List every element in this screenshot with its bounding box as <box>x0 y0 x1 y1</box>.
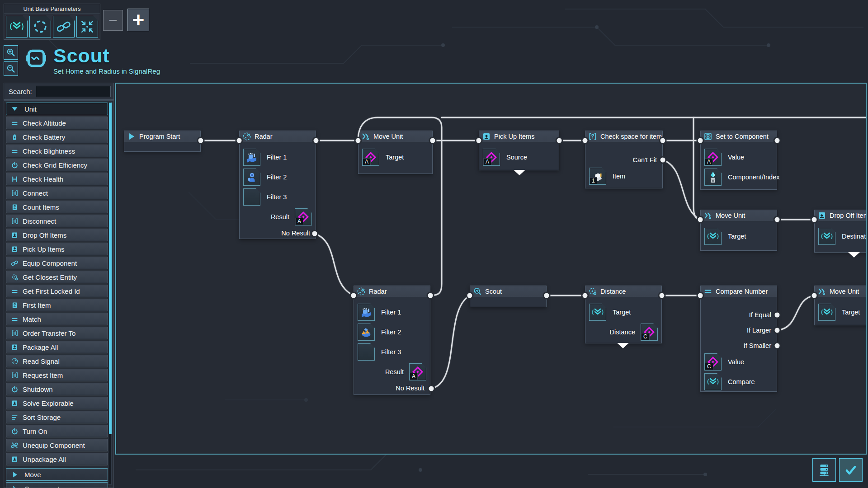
port-check-space-in[interactable] <box>582 137 588 144</box>
add-parameter-button[interactable]: + <box>127 9 149 31</box>
node-title-bar[interactable]: Check space for item <box>585 131 662 142</box>
zoom-out-button[interactable] <box>4 61 18 76</box>
param-slot-target[interactable]: A <box>362 149 379 166</box>
node-title-bar[interactable]: Scout <box>470 286 546 297</box>
node-compare-number[interactable]: Compare NumberIf EqualIf LargerIf Smalle… <box>700 286 777 392</box>
node-title-bar[interactable]: Program Start <box>124 131 200 142</box>
sidebar-item-shutdown[interactable]: Shutdown <box>6 383 108 395</box>
sidebar-item-get-first-locked-id[interactable]: Get First Locked Id <box>6 285 108 297</box>
sidebar-item-disconnect[interactable]: Disconnect <box>6 215 108 227</box>
param-slot-result[interactable]: A <box>295 208 312 225</box>
param-slot-filter-3[interactable] <box>243 188 260 206</box>
sidebar-item-match[interactable]: Match <box>6 313 108 325</box>
search-input[interactable] <box>36 86 111 97</box>
port-radar-1-out[interactable] <box>313 137 319 144</box>
param-slot-target[interactable] <box>704 228 722 245</box>
param-slot-filter-2[interactable] <box>243 169 260 186</box>
node-move-unit-1[interactable]: Move UnitATarget <box>358 131 433 174</box>
node-title-bar[interactable]: Set to Component <box>701 131 777 142</box>
sidebar-item-unit[interactable]: Unit <box>6 103 108 115</box>
param-slot-target[interactable] <box>589 304 606 321</box>
exec-output-no-result[interactable]: No Result <box>240 227 316 239</box>
param-slot-compare[interactable] <box>704 373 722 390</box>
expand-arrow-icon[interactable] <box>616 342 630 349</box>
node-radar-2[interactable]: RadarFilter 1Filter 2Filter 3ResultANo R… <box>354 286 430 395</box>
confirm-button[interactable] <box>839 458 863 482</box>
node-title-bar[interactable]: Radar <box>240 131 316 142</box>
param-slot-destination[interactable] <box>818 228 835 245</box>
sidebar-item-solve-explorable[interactable]: Solve Explorable <box>6 397 108 409</box>
sidebar-item-get-closest-entity[interactable]: Get Closest Entity <box>6 271 108 283</box>
sidebar-item-connect[interactable]: Connect <box>6 187 108 199</box>
sidebar-item-first-item[interactable]: First Item <box>6 299 108 311</box>
port-compare-number-if-larger[interactable] <box>774 327 780 333</box>
sidebar-item-count-items[interactable]: Count Items <box>6 201 108 213</box>
param-slot-component-index[interactable] <box>704 169 722 186</box>
behavior-queue-button[interactable] <box>812 458 836 482</box>
port-radar-2-no-result[interactable] <box>428 385 434 392</box>
sidebar-item-order-transfer-to[interactable]: Order Transfer To <box>6 327 108 339</box>
sidebar-scrollbar[interactable] <box>108 102 112 485</box>
exec-output-if-larger[interactable]: If Larger <box>701 323 777 338</box>
sidebar-item-request-item[interactable]: Request Item <box>6 369 108 381</box>
port-scout-out[interactable] <box>543 292 550 299</box>
port-scout-in[interactable] <box>467 292 473 299</box>
node-check-space[interactable]: Check space for itemCan't Fit1Item <box>585 131 663 188</box>
sidebar-item-check-health[interactable]: Check Health <box>6 173 108 185</box>
param-slot-source[interactable]: A <box>483 149 500 166</box>
param-slot-target[interactable] <box>818 304 835 321</box>
port-distance-out[interactable] <box>659 292 665 299</box>
node-move-unit-3[interactable]: Move UnitTarget <box>814 286 867 325</box>
exec-output-if-equal[interactable]: If Equal <box>701 307 777 323</box>
param-slot-item[interactable]: 1 <box>589 168 606 185</box>
port-move-unit-1-out[interactable] <box>429 137 436 144</box>
zoom-in-button[interactable] <box>4 45 18 60</box>
sidebar-item-equip-component[interactable]: Equip Component <box>6 257 108 269</box>
port-set-to-component-out[interactable] <box>774 137 780 144</box>
node-scout[interactable]: Scout <box>470 286 547 307</box>
port-move-unit-2-out[interactable] <box>774 216 780 223</box>
sidebar-scrollbar-thumb[interactable] <box>109 103 112 434</box>
node-drop-off-items[interactable]: Drop Off ItemsDestination <box>814 210 867 253</box>
node-radar-1[interactable]: RadarFilter 1Filter 2Filter 3ResultANo R… <box>239 131 316 239</box>
node-distance[interactable]: DistanceTargetDistanceC <box>585 286 662 343</box>
node-title-bar[interactable]: Move Unit <box>815 286 867 297</box>
port-radar-2-out[interactable] <box>427 292 434 299</box>
exec-output-can-t-fit[interactable]: Can't Fit <box>585 152 662 168</box>
port-move-unit-2-in[interactable] <box>697 216 703 223</box>
parameter-slot[interactable] <box>29 16 51 38</box>
port-check-space-cant-fit[interactable] <box>660 157 666 163</box>
sidebar-item-unequip-component[interactable]: Unequip Component <box>6 439 108 451</box>
parameter-slot[interactable] <box>53 16 75 38</box>
port-move-unit-1-in[interactable] <box>355 137 361 144</box>
sidebar-item-check-grid-efficiency[interactable]: Check Grid Efficiency <box>6 159 108 171</box>
param-slot-value[interactable]: A <box>704 149 722 166</box>
port-set-to-component-in[interactable] <box>697 137 703 144</box>
node-title-bar[interactable]: Drop Off Items <box>815 210 867 221</box>
port-check-space-out[interactable] <box>660 137 666 144</box>
sidebar-item-check-battery[interactable]: Check Battery <box>6 131 108 143</box>
remove-parameter-button[interactable]: − <box>103 10 123 31</box>
node-title-bar[interactable]: Move Unit <box>359 131 432 142</box>
node-title-bar[interactable]: Compare Number <box>701 286 777 297</box>
param-slot-distance[interactable]: C <box>641 324 658 341</box>
port-pick-up-items-in[interactable] <box>476 137 482 144</box>
node-title-bar[interactable]: Move Unit <box>701 210 777 221</box>
node-move-unit-2[interactable]: Move UnitTarget <box>700 210 777 251</box>
parameter-slot[interactable] <box>6 16 28 38</box>
exec-output-no-result[interactable]: No Result <box>354 382 430 394</box>
param-slot-filter-1[interactable] <box>358 304 375 321</box>
behavior-canvas[interactable]: Program StartRadarFilter 1Filter 2Filter… <box>115 83 867 455</box>
port-move-unit-3-in[interactable] <box>811 292 817 299</box>
node-title-bar[interactable]: Pick Up Items <box>479 131 559 142</box>
sidebar-item-unpackage-all[interactable]: Unpackage All <box>6 453 108 465</box>
node-title-bar[interactable]: Distance <box>585 286 661 297</box>
sidebar-item-check-blightness[interactable]: Check Blightness <box>6 145 108 157</box>
port-distance-in[interactable] <box>582 292 588 299</box>
sidebar-item-move[interactable]: Move <box>6 468 108 481</box>
param-slot-filter-2[interactable] <box>358 324 375 341</box>
port-compare-number-if-equal[interactable] <box>774 312 780 318</box>
exec-output-if-smaller[interactable]: If Smaller <box>701 338 777 353</box>
sidebar-item-pick-up-items[interactable]: Pick Up Items <box>6 243 108 255</box>
port-radar-2-in[interactable] <box>350 292 357 299</box>
